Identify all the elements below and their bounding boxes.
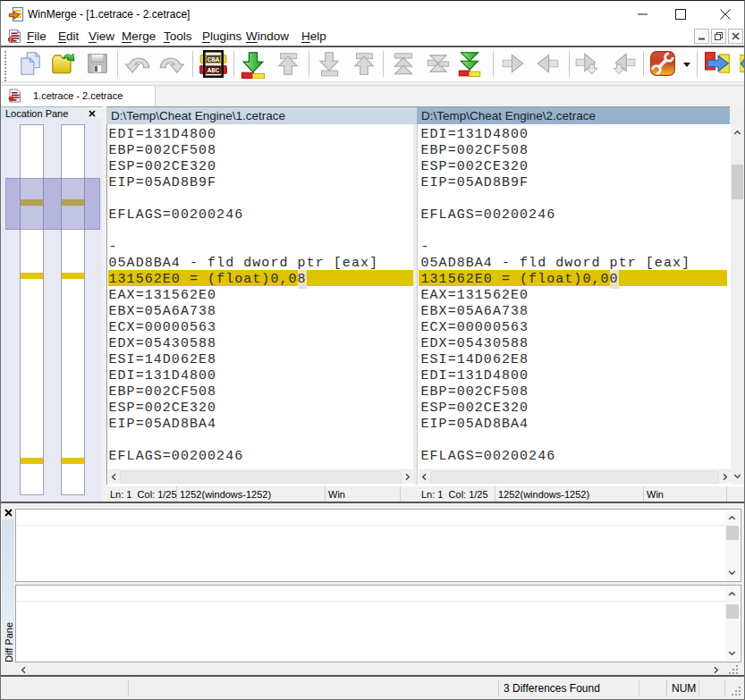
svg-text:ABC: ABC bbox=[207, 67, 220, 74]
svg-text:CBA: CBA bbox=[207, 56, 220, 63]
